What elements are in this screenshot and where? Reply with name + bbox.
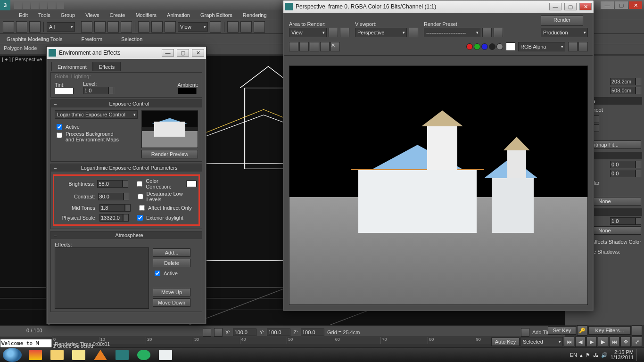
select-icon[interactable] [81,21,92,33]
ss-field[interactable] [610,161,636,168]
coord-z[interactable] [301,329,324,336]
prev-frame-icon[interactable]: ◀ [575,337,586,347]
render-preset-dropdown[interactable]: ----------------------- [424,28,480,37]
rotate-icon[interactable] [151,21,163,33]
area-to-render-dropdown[interactable]: View [289,28,327,37]
spinner-icon[interactable] [636,161,641,168]
chk-affect-indirect[interactable] [139,205,145,211]
level-field[interactable] [83,87,108,94]
selection-filter-dropdown[interactable]: All [47,22,75,32]
render-close-icon[interactable]: ✕ [579,3,592,10]
region-auto-icon[interactable] [340,28,349,37]
spinner-icon[interactable] [594,115,599,123]
rollup-log-exposure[interactable]: Logarithmic Exposure Control Parameters [51,164,202,172]
play-icon[interactable]: ▶ [586,337,597,347]
spinner-icon[interactable] [125,204,131,212]
keymode-dropdown[interactable]: Selected [520,337,563,346]
channel-red-icon[interactable] [466,43,473,50]
tray-volume-icon[interactable]: 🔊 [601,352,608,358]
task-paint-icon[interactable] [155,349,176,361]
channel-green-icon[interactable] [474,43,480,50]
select-region-icon[interactable] [107,21,119,33]
physical-scale-field[interactable] [99,214,123,222]
tint-swatch[interactable] [55,88,74,94]
timetag-icon[interactable] [521,328,529,337]
render-titlebar[interactable]: Perspective, frame 0, RGBA Color 16 Bits… [283,0,594,13]
spinner-icon[interactable] [124,193,129,200]
midtones-field[interactable] [99,204,125,212]
qat-open-icon[interactable] [23,1,30,9]
time-config-icon[interactable] [632,325,642,336]
menu-animation[interactable]: Animation [167,12,190,18]
undo-icon[interactable] [3,21,14,33]
start-button-icon[interactable] [3,348,22,362]
task-explorer-icon[interactable] [46,349,68,361]
color-corr-swatch[interactable] [186,181,197,187]
menu-modifiers[interactable]: Modifiers [135,12,157,18]
split-toggle-icon[interactable] [578,42,588,51]
render-minimize-icon[interactable]: — [549,3,561,10]
ribbon-tab-freeform[interactable]: Freeform [81,36,102,42]
spinner-icon[interactable] [636,78,641,85]
clone-window-icon[interactable] [310,42,319,51]
link-icon[interactable] [29,21,41,33]
render-maximize-icon[interactable]: ▢ [564,3,577,10]
qat-undo-icon[interactable] [40,1,47,9]
menu-grapheditors[interactable]: Graph Editors [200,12,232,18]
contrast-field[interactable] [98,193,124,200]
ribbon-tab-selection[interactable]: Selection [121,36,142,42]
ref-coord-dropdown[interactable]: View [178,22,208,32]
spinner-icon[interactable] [636,217,641,225]
viewport-dropdown[interactable]: Perspective [355,28,407,37]
coord-x[interactable] [233,329,256,336]
task-chrome-icon[interactable] [25,349,46,361]
nav-zoom-icon[interactable]: ⤢ [632,337,642,347]
menu-views[interactable]: Views [85,12,99,18]
env-close-icon[interactable]: ✕ [192,49,204,57]
next-frame-icon[interactable]: ▶ [598,337,608,347]
scale-icon[interactable] [165,21,176,33]
spinner-icon[interactable] [636,170,641,177]
menu-create[interactable]: Create [109,12,125,18]
coord-y[interactable] [267,329,290,336]
task-3dsmax-icon[interactable] [111,349,133,361]
angle-snap-icon[interactable] [254,21,265,33]
key-icon[interactable]: 🔑 [577,325,587,336]
channel-blue-icon[interactable] [481,43,488,50]
pivot-icon[interactable] [210,21,221,33]
select-name-icon[interactable] [94,21,106,33]
chk-color-correction[interactable] [137,181,142,187]
chk-atm-active[interactable] [155,271,160,276]
window-crossing-icon[interactable] [121,21,132,33]
app-logo-icon[interactable]: 3 [0,0,10,10]
channel-alpha-icon[interactable] [489,43,495,50]
save-image-icon[interactable] [289,42,298,51]
tray-clock[interactable]: 2:15 PM 1/13/2011 [611,350,634,360]
render-preview-button[interactable]: Render Preview [141,150,198,158]
tray-chevron-icon[interactable]: ▴ [580,352,583,358]
spinner-icon[interactable] [108,87,114,94]
exposure-method-dropdown[interactable]: Logarithmic Exposure Control [55,110,138,119]
region-edit-icon[interactable] [329,28,338,37]
overlay-toggle-icon[interactable] [568,42,578,51]
env-maximize-icon[interactable]: ▢ [177,49,189,57]
absolute-icon[interactable] [214,328,223,337]
tab-environment[interactable]: Environment [51,62,93,71]
chk-desaturate[interactable] [138,194,143,199]
task-vlc-icon[interactable] [90,349,111,361]
channel-dropdown[interactable]: RGB Alpha [518,42,565,51]
atmosphere-effects-list[interactable] [55,247,149,309]
lock-viewport-icon[interactable] [409,28,418,37]
atm-moveup-button[interactable]: Move Up [153,288,190,296]
select-manip-icon[interactable] [227,21,239,33]
goto-start-icon[interactable]: ⏮ [564,337,574,347]
key-filters-button[interactable]: Key Filters... [588,326,631,335]
app-minimize-icon[interactable]: — [601,1,614,9]
rollup-atmosphere[interactable]: Atmosphere [51,231,202,239]
task-utorrent-icon[interactable] [133,349,155,361]
bg-color-swatch[interactable] [506,42,515,51]
chk-process-bg[interactable] [57,132,62,138]
menu-group[interactable]: Group [61,12,75,18]
environ-dialog-icon[interactable] [494,28,503,37]
ns-field[interactable] [610,217,636,225]
